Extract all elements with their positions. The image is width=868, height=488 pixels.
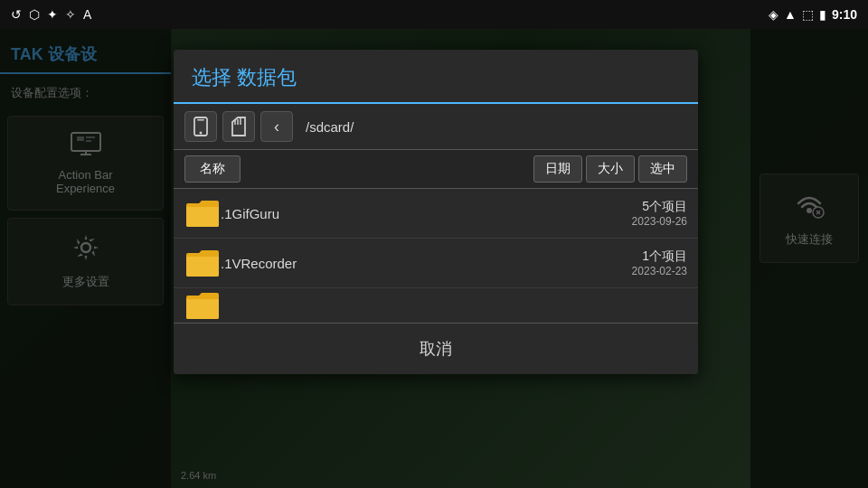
file-picker-dialog: 选择 数据包 ‹ /sdcard/ 名称 日期 xyxy=(174,50,698,374)
status-bar-left: ↺ ⬡ ✦ ✧ A xyxy=(11,7,91,22)
status-bar-right: ◈ ▲ ⬚ ▮ 9:10 xyxy=(769,7,857,22)
sort-by-select-button[interactable]: 选中 xyxy=(638,155,687,183)
sdcard-button[interactable] xyxy=(222,111,255,142)
bookmark-icon: ⬡ xyxy=(29,7,40,22)
table-row[interactable]: .1VRecorder 1个项目 2023-02-23 xyxy=(174,239,698,288)
folder-icon xyxy=(184,198,221,229)
file-count: 5个项目 xyxy=(632,199,687,215)
file-name: .1VRecorder xyxy=(221,256,632,271)
wifi-icon: ▲ xyxy=(784,7,797,22)
current-path: /sdcard/ xyxy=(298,119,361,135)
file-date: 2023-02-23 xyxy=(632,265,687,277)
back-icon: ‹ xyxy=(274,117,279,136)
a-icon: A xyxy=(83,7,91,22)
folder-icon xyxy=(184,290,221,321)
sort-actions: 日期 大小 选中 xyxy=(533,155,687,183)
star-icon: ✦ xyxy=(47,7,58,22)
svg-rect-12 xyxy=(197,119,204,121)
path-bar: ‹ /sdcard/ xyxy=(174,104,698,149)
table-row-partial[interactable] xyxy=(174,288,698,323)
file-name: .1GifGuru xyxy=(221,206,632,221)
star-outline-icon: ✧ xyxy=(65,7,76,22)
cancel-button[interactable]: 取消 xyxy=(383,333,488,365)
file-count: 1个项目 xyxy=(632,249,687,265)
table-header: 名称 日期 大小 选中 xyxy=(174,149,698,189)
dialog-footer: 取消 xyxy=(174,323,698,374)
sort-by-size-button[interactable]: 大小 xyxy=(586,155,635,183)
file-date: 2023-09-26 xyxy=(632,215,687,228)
location-icon: ◈ xyxy=(769,7,778,22)
sort-by-name-button[interactable]: 名称 xyxy=(184,155,241,183)
name-column-header: 名称 xyxy=(184,155,533,183)
camera-off-icon: ⬚ xyxy=(802,7,814,22)
svg-point-13 xyxy=(200,132,203,135)
folder-icon xyxy=(184,248,221,278)
file-meta: 1个项目 2023-02-23 xyxy=(632,249,687,277)
phone-storage-button[interactable] xyxy=(184,111,217,142)
status-bar: ↺ ⬡ ✦ ✧ A ◈ ▲ ⬚ ▮ 9:10 xyxy=(0,0,868,29)
battery-icon: ▮ xyxy=(819,7,826,22)
table-row[interactable]: .1GifGuru 5个项目 2023-09-26 xyxy=(174,189,698,239)
file-list: .1GifGuru 5个项目 2023-09-26 .1VRecorder 1个… xyxy=(174,189,698,323)
back-button[interactable]: ‹ xyxy=(260,111,293,142)
sort-by-date-button[interactable]: 日期 xyxy=(533,155,582,183)
refresh-icon: ↺ xyxy=(11,7,22,22)
file-meta: 5个项目 2023-09-26 xyxy=(632,199,687,228)
dialog-title: 选择 数据包 xyxy=(174,50,698,104)
time-display: 9:10 xyxy=(832,7,857,22)
